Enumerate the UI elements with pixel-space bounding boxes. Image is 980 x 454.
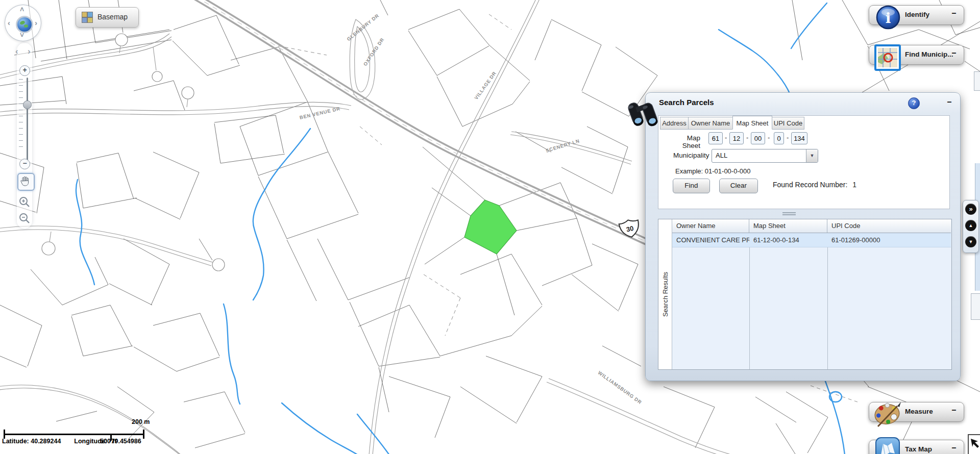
- tab-upi-code[interactable]: UPI Code: [772, 117, 804, 130]
- pan-right-icon[interactable]: ›: [35, 19, 37, 27]
- map-sheet-separator: -: [768, 134, 770, 141]
- find-button[interactable]: Find: [673, 179, 710, 193]
- result-map-sheet: 61-12-00-0-134: [749, 233, 827, 247]
- help-icon[interactable]: ?: [908, 97, 920, 109]
- results-table: Owner Name Map Sheet UPI Code CONVENIENT…: [672, 219, 951, 369]
- map-navigation-widget: ˄ ˅ ‹ › ‹ › + −: [0, 0, 48, 235]
- scale-metric-label: 200 m: [132, 418, 150, 425]
- results-pager-dock: » ▲ ▼: [963, 200, 979, 253]
- globe-full-extent-icon[interactable]: [16, 16, 33, 33]
- tax-map-icon: [875, 437, 901, 454]
- map-sheet-input-2[interactable]: [729, 132, 744, 144]
- column-header-map-sheet[interactable]: Map Sheet: [749, 219, 827, 233]
- page-down-button[interactable]: ▼: [965, 236, 976, 247]
- pan-left-icon[interactable]: ‹: [8, 19, 10, 27]
- example-hint: Example: 01-01-00-0-000: [675, 167, 750, 175]
- municipality-select[interactable]: ALL ▼: [712, 149, 818, 163]
- map-sheet-input-3[interactable]: [751, 132, 765, 144]
- zoom-slider-handle[interactable]: [23, 100, 32, 109]
- find-municipality-minimize-button[interactable]: –: [949, 49, 959, 58]
- latitude-readout: Latitude: 40.289244: [2, 438, 61, 445]
- column-header-owner-name[interactable]: Owner Name: [672, 219, 749, 233]
- search-binoculars-icon: [624, 96, 665, 137]
- municipality-value: ALL: [716, 152, 727, 159]
- collapsed-window-edge: [974, 71, 980, 91]
- coordinate-readout: Latitude: 40.289244Longitude: -79.454986: [2, 438, 155, 445]
- results-header-row: Owner Name Map Sheet UPI Code: [672, 219, 951, 233]
- longitude-readout: Longitude: -79.454986: [74, 438, 141, 445]
- measure-palette-icon: [873, 398, 904, 431]
- result-upi-code: 61-01269-00000: [827, 233, 951, 247]
- municipality-label: Municipality: [673, 152, 709, 159]
- pan-compass[interactable]: ˄ ˅ ‹ ›: [5, 5, 41, 41]
- tab-owner-name[interactable]: Owner Name: [688, 117, 733, 130]
- find-municipality-label: Find Municip...: [905, 51, 953, 58]
- zoom-slider-track[interactable]: [27, 78, 28, 162]
- map-sheet-input-4[interactable]: [774, 132, 784, 144]
- zoom-slider-ticks: [19, 79, 23, 153]
- search-results-side-tab[interactable]: Search Results: [658, 219, 672, 369]
- found-record-value: 1: [852, 181, 856, 189]
- tax-map-minimize-button[interactable]: –: [949, 444, 959, 453]
- search-results-label: Search Results: [662, 272, 669, 317]
- basemap-grid-icon: [82, 12, 93, 23]
- map-sheet-separator: -: [787, 134, 789, 141]
- basemap-button[interactable]: Basemap: [76, 7, 139, 28]
- search-parcels-minimize-button[interactable]: –: [945, 98, 954, 107]
- tax-map-label: Tax Map: [905, 445, 932, 453]
- previous-extent-icon[interactable]: ‹: [15, 47, 18, 56]
- map-sheet-separator: -: [746, 134, 748, 141]
- panel-splitter-handle[interactable]: [782, 212, 796, 216]
- next-extent-icon[interactable]: ›: [28, 47, 31, 56]
- pan-hand-tool[interactable]: [17, 173, 35, 191]
- map-sheet-input-5[interactable]: [791, 132, 807, 144]
- identify-minimize-button[interactable]: –: [949, 9, 959, 18]
- tab-map-sheet[interactable]: Map Sheet: [732, 116, 772, 130]
- found-record-number: Found Record Number:1: [773, 181, 856, 189]
- search-results-panel: Search Results Owner Name Map Sheet UPI …: [658, 219, 952, 370]
- result-row[interactable]: CONVENIENT CARE PRODUC 61-12-00-0-134 61…: [672, 233, 951, 247]
- pan-up-icon[interactable]: ˄: [20, 6, 24, 13]
- result-owner-name: CONVENIENT CARE PRODUC: [672, 233, 749, 247]
- column-header-upi-code[interactable]: UPI Code: [827, 219, 951, 233]
- zoom-in-button[interactable]: +: [19, 65, 30, 76]
- expand-panel-button[interactable]: »: [965, 204, 976, 215]
- pointer-tool-button[interactable]: [968, 434, 980, 454]
- map-sheet-label: Map Sheet: [671, 134, 700, 149]
- svg-text:30: 30: [625, 224, 634, 234]
- map-sheet-separator: -: [725, 134, 727, 141]
- identify-icon: i: [875, 4, 901, 31]
- chevron-down-icon[interactable]: ▼: [806, 149, 818, 162]
- measure-minimize-button[interactable]: –: [949, 406, 959, 415]
- scale-bar: 200 m 500 ft: [0, 416, 163, 454]
- clear-button[interactable]: Clear: [719, 179, 758, 193]
- map-sheet-input-1[interactable]: [708, 132, 723, 144]
- zoom-out-box-tool[interactable]: [18, 212, 31, 226]
- search-parcels-title[interactable]: Search Parcels: [659, 98, 714, 107]
- basemap-button-label: Basemap: [97, 13, 128, 21]
- zoom-out-button[interactable]: −: [19, 159, 30, 169]
- svg-text:i: i: [886, 10, 891, 27]
- measure-label: Measure: [905, 408, 933, 415]
- search-parcels-window: Search Parcels ? – Address Owner Name Ma…: [645, 92, 961, 381]
- identify-label: Identify: [905, 11, 929, 18]
- collapsed-window-edge: [971, 293, 980, 320]
- page-up-button[interactable]: ▲: [965, 220, 976, 231]
- find-municipality-icon: [874, 44, 901, 71]
- zoom-in-box-tool[interactable]: [18, 196, 31, 210]
